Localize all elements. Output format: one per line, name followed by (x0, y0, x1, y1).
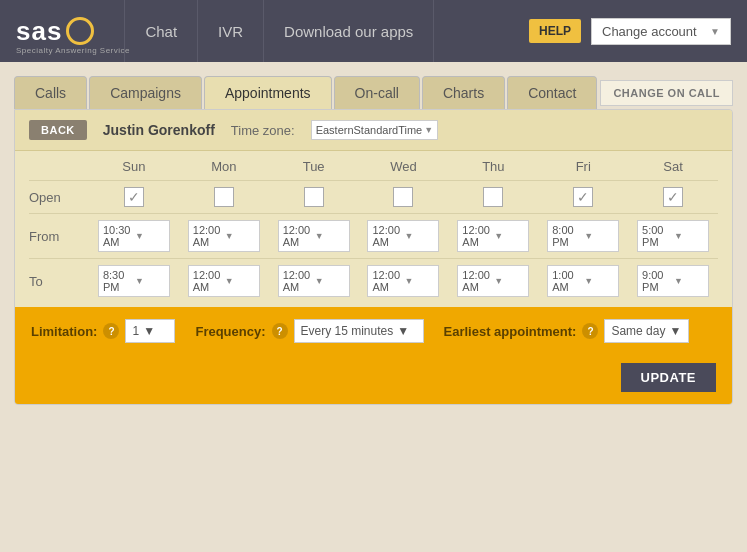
nav-download[interactable]: Download our apps (264, 0, 434, 62)
to-cell-fri[interactable]: 1:00 AM ▼ (538, 265, 628, 297)
limitation-select[interactable]: 1 ▼ (125, 319, 175, 343)
to-cell-sun[interactable]: 8:30 PM ▼ (89, 265, 179, 297)
open-cell-sat[interactable]: ✓ (628, 187, 718, 207)
frequency-select[interactable]: Every 15 minutes ▼ (294, 319, 424, 343)
update-button[interactable]: UPDATE (621, 363, 716, 392)
tab-charts[interactable]: Charts (422, 76, 505, 109)
limitation-help-icon[interactable]: ? (103, 323, 119, 339)
time-select-sat-to[interactable]: 9:00 PM ▼ (637, 265, 709, 297)
checkbox-sun-open[interactable]: ✓ (124, 187, 144, 207)
to-row: To 8:30 PM ▼ 12:00 AM ▼ 12:00 AM (29, 258, 718, 307)
open-cell-fri[interactable]: ✓ (538, 187, 628, 207)
chevron-down-icon: ▼ (584, 276, 614, 286)
timezone-select[interactable]: EasternStandardTime ▼ (311, 120, 439, 140)
time-select-sun-from[interactable]: 10:30 AM ▼ (98, 220, 170, 252)
time-select-fri-to[interactable]: 1:00 AM ▼ (547, 265, 619, 297)
time-select-tue-to[interactable]: 12:00 AM ▼ (278, 265, 350, 297)
time-select-wed-from[interactable]: 12:00 AM ▼ (367, 220, 439, 252)
time-select-thu-from[interactable]: 12:00 AM ▼ (457, 220, 529, 252)
main-content: Calls Campaigns Appointments On-call Cha… (0, 62, 747, 419)
chevron-down-icon: ▼ (315, 231, 345, 241)
open-row-label: Open (29, 190, 89, 205)
time-value-mon-to: 12:00 AM (193, 269, 223, 293)
to-cell-tue[interactable]: 12:00 AM ▼ (269, 265, 359, 297)
tab-campaigns[interactable]: Campaigns (89, 76, 202, 109)
checkbox-fri-open[interactable]: ✓ (573, 187, 593, 207)
frequency-field: Frequency: ? Every 15 minutes ▼ (195, 319, 423, 343)
chevron-down-icon: ▼ (710, 26, 720, 37)
chevron-down-icon: ▼ (404, 276, 434, 286)
tab-contact[interactable]: Contact (507, 76, 597, 109)
day-header-tue: Tue (269, 159, 359, 174)
time-select-wed-to[interactable]: 12:00 AM ▼ (367, 265, 439, 297)
header-right: HELP Change account ▼ (529, 18, 731, 45)
open-cell-mon[interactable] (179, 187, 269, 207)
open-cell-thu[interactable] (448, 187, 538, 207)
open-cell-sun[interactable]: ✓ (89, 187, 179, 207)
frequency-help-icon[interactable]: ? (272, 323, 288, 339)
to-cell-mon[interactable]: 12:00 AM ▼ (179, 265, 269, 297)
day-header-fri: Fri (538, 159, 628, 174)
earliest-select[interactable]: Same day ▼ (604, 319, 689, 343)
to-cell-sat[interactable]: 9:00 PM ▼ (628, 265, 718, 297)
earliest-label: Earliest appointment: (444, 324, 577, 339)
from-cell-wed[interactable]: 12:00 AM ▼ (359, 220, 449, 252)
time-value-tue-from: 12:00 AM (283, 224, 313, 248)
nav-chat[interactable]: Chat (124, 0, 198, 62)
tab-appointments[interactable]: Appointments (204, 76, 332, 109)
checkmark-icon: ✓ (128, 189, 140, 205)
user-name: Justin Gorenkoff (103, 122, 215, 138)
tab-bar: Calls Campaigns Appointments On-call Cha… (14, 76, 599, 109)
to-cell-thu[interactable]: 12:00 AM ▼ (448, 265, 538, 297)
time-select-mon-from[interactable]: 12:00 AM ▼ (188, 220, 260, 252)
checkmark-icon: ✓ (577, 189, 589, 205)
checkbox-sat-open[interactable]: ✓ (663, 187, 683, 207)
open-cell-wed[interactable] (359, 187, 449, 207)
day-header-sat: Sat (628, 159, 718, 174)
change-account-label: Change account (602, 24, 697, 39)
from-cell-fri[interactable]: 8:00 PM ▼ (538, 220, 628, 252)
time-select-tue-from[interactable]: 12:00 AM ▼ (278, 220, 350, 252)
checkbox-thu-open[interactable] (483, 187, 503, 207)
time-select-sun-to[interactable]: 8:30 PM ▼ (98, 265, 170, 297)
earliest-value: Same day (611, 324, 665, 338)
from-cell-sun[interactable]: 10:30 AM ▼ (89, 220, 179, 252)
time-value-wed-from: 12:00 AM (372, 224, 402, 248)
open-cell-tue[interactable] (269, 187, 359, 207)
time-select-sat-from[interactable]: 5:00 PM ▼ (637, 220, 709, 252)
frequency-value: Every 15 minutes (301, 324, 394, 338)
from-cell-thu[interactable]: 12:00 AM ▼ (448, 220, 538, 252)
day-header-wed: Wed (359, 159, 449, 174)
help-button[interactable]: HELP (529, 19, 581, 43)
back-bar: BACK Justin Gorenkoff Time zone: Eastern… (15, 110, 732, 151)
to-cell-wed[interactable]: 12:00 AM ▼ (359, 265, 449, 297)
back-button[interactable]: BACK (29, 120, 87, 140)
change-on-call-button[interactable]: CHANGE ON CALL (600, 80, 733, 106)
logo-text: sas (16, 16, 62, 47)
limitation-field: Limitation: ? 1 ▼ (31, 319, 175, 343)
logo-circle (66, 17, 94, 45)
from-row-label: From (29, 229, 89, 244)
time-value-sat-from: 5:00 PM (642, 224, 672, 248)
chevron-down-icon: ▼ (494, 231, 524, 241)
bottom-settings-bar: Limitation: ? 1 ▼ Frequency: ? Every 15 … (15, 307, 732, 404)
time-select-mon-to[interactable]: 12:00 AM ▼ (188, 265, 260, 297)
tab-oncall[interactable]: On-call (334, 76, 420, 109)
nav-ivr[interactable]: IVR (198, 0, 264, 62)
time-select-thu-to[interactable]: 12:00 AM ▼ (457, 265, 529, 297)
time-select-fri-from[interactable]: 8:00 PM ▼ (547, 220, 619, 252)
chevron-down-icon: ▼ (674, 276, 704, 286)
from-cell-mon[interactable]: 12:00 AM ▼ (179, 220, 269, 252)
limitation-value: 1 (132, 324, 139, 338)
change-account-select[interactable]: Change account ▼ (591, 18, 731, 45)
tab-calls[interactable]: Calls (14, 76, 87, 109)
chevron-down-icon: ▼ (225, 231, 255, 241)
earliest-help-icon[interactable]: ? (582, 323, 598, 339)
checkbox-wed-open[interactable] (393, 187, 413, 207)
chevron-down-icon: ▼ (143, 324, 155, 338)
checkbox-tue-open[interactable] (304, 187, 324, 207)
checkbox-mon-open[interactable] (214, 187, 234, 207)
chevron-down-icon: ▼ (397, 324, 409, 338)
from-cell-sat[interactable]: 5:00 PM ▼ (628, 220, 718, 252)
from-cell-tue[interactable]: 12:00 AM ▼ (269, 220, 359, 252)
